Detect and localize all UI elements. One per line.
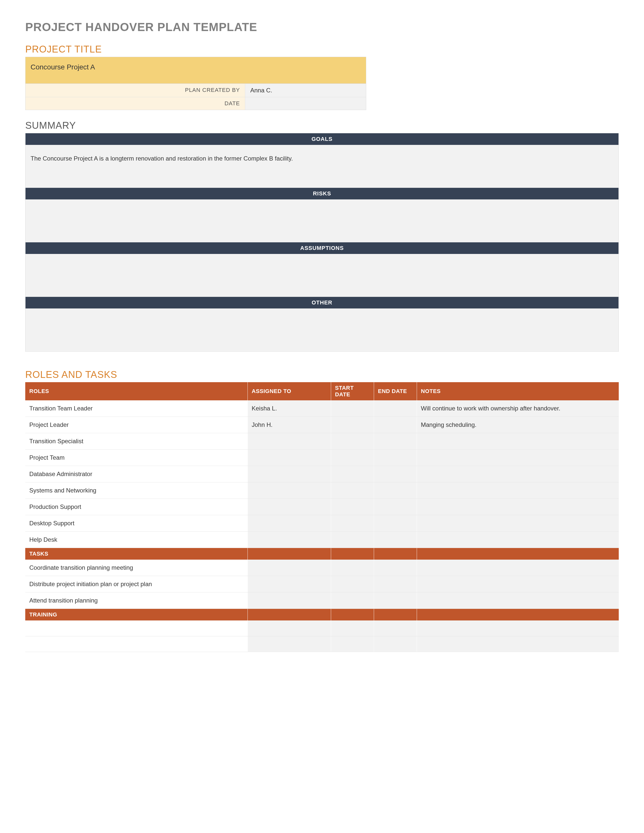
cell-start[interactable]: [331, 532, 374, 548]
cell-notes[interactable]: Will continue to work with ownership aft…: [417, 400, 619, 417]
cell-assigned[interactable]: Keisha L.: [248, 400, 331, 417]
col-start-date: START DATE: [331, 382, 374, 400]
cell-start[interactable]: [331, 576, 374, 592]
table-row: Help Desk: [25, 532, 619, 548]
cell-start[interactable]: [331, 433, 374, 450]
cell-role[interactable]: Database Administrator: [25, 466, 248, 482]
cell-end[interactable]: [374, 499, 417, 515]
cell-end[interactable]: [374, 466, 417, 482]
cell-assigned[interactable]: [248, 636, 331, 652]
cell-notes[interactable]: [417, 576, 619, 592]
table-row: Distribute project initiation plan or pr…: [25, 576, 619, 592]
other-body[interactable]: [26, 309, 618, 351]
cell-training[interactable]: [25, 636, 248, 652]
summary-box: GOALS The Concourse Project A is a longt…: [25, 133, 619, 352]
goals-body[interactable]: The Concourse Project A is a longterm re…: [26, 145, 618, 188]
cell-start[interactable]: [331, 621, 374, 636]
cell-assigned[interactable]: [248, 499, 331, 515]
table-row: Systems and Networking: [25, 482, 619, 499]
cell-task[interactable]: Attend transition planning: [25, 592, 248, 609]
cell-notes[interactable]: Manging scheduling.: [417, 417, 619, 433]
cell-start[interactable]: [331, 417, 374, 433]
risks-bar: RISKS: [26, 188, 618, 199]
assumptions-body[interactable]: [26, 254, 618, 297]
cell-start[interactable]: [331, 466, 374, 482]
cell-end[interactable]: [374, 417, 417, 433]
cell-notes[interactable]: [417, 636, 619, 652]
cell-assigned[interactable]: [248, 433, 331, 450]
cell-start[interactable]: [331, 515, 374, 532]
cell-notes[interactable]: [417, 482, 619, 499]
cell-assigned[interactable]: [248, 532, 331, 548]
table-row: [25, 621, 619, 636]
risks-body[interactable]: [26, 199, 618, 242]
cell-role[interactable]: Project Leader: [25, 417, 248, 433]
cell-role[interactable]: Desktop Support: [25, 515, 248, 532]
cell-start[interactable]: [331, 592, 374, 609]
cell-end[interactable]: [374, 621, 417, 636]
project-name-cell[interactable]: Concourse Project A: [26, 57, 366, 84]
cell-role[interactable]: Help Desk: [25, 532, 248, 548]
cell-start[interactable]: [331, 400, 374, 417]
cell-notes[interactable]: [417, 515, 619, 532]
training-label: TRAINING: [25, 609, 248, 621]
cell-notes[interactable]: [417, 560, 619, 576]
table-row: Project Team: [25, 450, 619, 466]
cell-notes[interactable]: [417, 592, 619, 609]
cell-assigned[interactable]: [248, 450, 331, 466]
cell-task[interactable]: Distribute project initiation plan or pr…: [25, 576, 248, 592]
summary-heading: SUMMARY: [25, 120, 619, 131]
cell-role[interactable]: Production Support: [25, 499, 248, 515]
cell-assigned[interactable]: [248, 560, 331, 576]
cell-role[interactable]: Transition Specialist: [25, 433, 248, 450]
roles-tasks-heading: ROLES AND TASKS: [25, 369, 619, 380]
plan-created-by-row: PLAN CREATED BY Anna C.: [26, 84, 366, 97]
cell-end[interactable]: [374, 400, 417, 417]
cell-assigned[interactable]: [248, 466, 331, 482]
table-row: Transition Specialist: [25, 433, 619, 450]
cell-notes[interactable]: [417, 450, 619, 466]
cell-start[interactable]: [331, 560, 374, 576]
cell-end[interactable]: [374, 450, 417, 466]
cell-assigned[interactable]: [248, 592, 331, 609]
cell-role[interactable]: Transition Team Leader: [25, 400, 248, 417]
col-notes: NOTES: [417, 382, 619, 400]
cell-notes[interactable]: [417, 466, 619, 482]
project-title-box: Concourse Project A PLAN CREATED BY Anna…: [25, 57, 366, 110]
cell-assigned[interactable]: [248, 482, 331, 499]
table-row: Project Leader John H. Manging schedulin…: [25, 417, 619, 433]
cell-start[interactable]: [331, 499, 374, 515]
cell-start[interactable]: [331, 450, 374, 466]
cell-training[interactable]: [25, 621, 248, 636]
table-row: Transition Team Leader Keisha L. Will co…: [25, 400, 619, 417]
cell-role[interactable]: Systems and Networking: [25, 482, 248, 499]
cell-notes[interactable]: [417, 433, 619, 450]
cell-role[interactable]: Project Team: [25, 450, 248, 466]
cell-task[interactable]: Coordinate transition planning meeting: [25, 560, 248, 576]
cell-assigned[interactable]: [248, 515, 331, 532]
cell-end[interactable]: [374, 532, 417, 548]
cell-end[interactable]: [374, 515, 417, 532]
table-row: Attend transition planning: [25, 592, 619, 609]
cell-assigned[interactable]: [248, 621, 331, 636]
cell-notes[interactable]: [417, 621, 619, 636]
date-value[interactable]: [245, 97, 366, 110]
plan-created-by-label: PLAN CREATED BY: [26, 84, 245, 97]
cell-start[interactable]: [331, 482, 374, 499]
cell-assigned[interactable]: [248, 576, 331, 592]
cell-end[interactable]: [374, 636, 417, 652]
cell-end[interactable]: [374, 592, 417, 609]
date-row: DATE: [26, 97, 366, 110]
cell-end[interactable]: [374, 433, 417, 450]
cell-start[interactable]: [331, 636, 374, 652]
cell-end[interactable]: [374, 560, 417, 576]
cell-notes[interactable]: [417, 532, 619, 548]
plan-created-by-value[interactable]: Anna C.: [245, 84, 366, 97]
tasks-label: TASKS: [25, 548, 248, 560]
date-label: DATE: [26, 97, 245, 110]
cell-end[interactable]: [374, 576, 417, 592]
cell-notes[interactable]: [417, 499, 619, 515]
table-header-row: ROLES ASSIGNED TO START DATE END DATE NO…: [25, 382, 619, 400]
cell-assigned[interactable]: John H.: [248, 417, 331, 433]
cell-end[interactable]: [374, 482, 417, 499]
